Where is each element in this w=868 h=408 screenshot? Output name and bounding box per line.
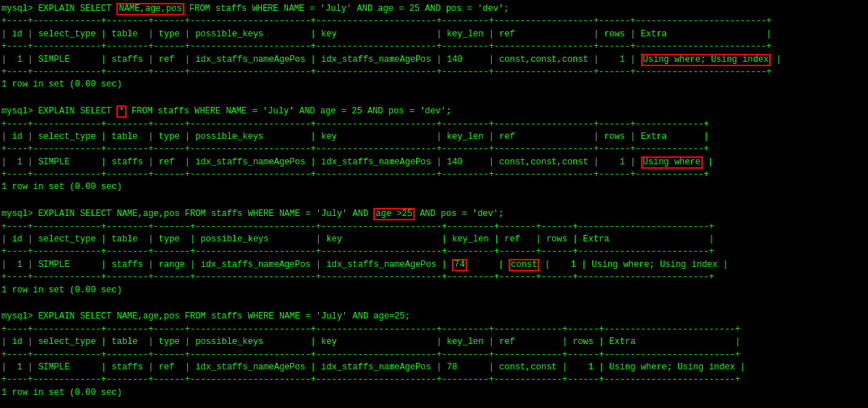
table-sep-4b: +----+-------------+--------+------+----… xyxy=(1,349,867,361)
table-header-4: | id | select_type | table | type | poss… xyxy=(1,336,867,348)
blank-3 xyxy=(1,298,867,311)
highlight-star: * xyxy=(116,105,126,118)
table-sep-3c: +----+-------------+--------+-------+---… xyxy=(1,271,867,284)
table-sep-1c: +----+-------------+--------+------+----… xyxy=(1,66,867,79)
command-line-2: mysql> EXPLAIN SELECT * FROM staffs WHER… xyxy=(1,105,867,118)
table-sep-3b: +----+-------------+--------+-------+---… xyxy=(1,246,867,258)
table-sep-4c: +----+-------------+--------+------+----… xyxy=(1,374,867,386)
result-4: 1 row in set (0.00 sec) xyxy=(1,387,867,399)
query-block-4: mysql> EXPLAIN SELECT NAME,age,pos FROM … xyxy=(1,311,867,399)
result-3: 1 row in set (0.00 sec) xyxy=(1,284,867,297)
highlight-keylen-3: 74 xyxy=(452,259,466,271)
query-block-1: mysql> EXPLAIN SELECT NAME,age,pos FROM … xyxy=(1,3,867,92)
table-sep-4a: +----+-------------+--------+------+----… xyxy=(1,324,867,336)
table-sep-1a: +----+-------------+--------+------+----… xyxy=(1,15,867,28)
command-line-4: mysql> EXPLAIN SELECT NAME,age,pos FROM … xyxy=(1,311,867,323)
blank-4 xyxy=(1,401,867,408)
blank-2 xyxy=(1,196,867,208)
highlight-ref-3: const xyxy=(509,259,539,271)
table-row-2: | 1 | SIMPLE | staffs | ref | idx_staffs… xyxy=(1,156,867,169)
table-header-1: | id | select_type | table | type | poss… xyxy=(1,28,867,41)
command-line-3: mysql> EXPLAIN SELECT NAME,age,pos FROM … xyxy=(1,208,867,220)
table-sep-3a: +----+-------------+--------+-------+---… xyxy=(1,221,867,233)
table-row-3: | 1 | SIMPLE | staffs | range | idx_staf… xyxy=(1,259,867,271)
highlight-extra-1: Using where; Using index xyxy=(641,54,771,66)
table-sep-2a: +----+-------------+--------+------+----… xyxy=(1,119,867,131)
table-header-3: | id | select_type | table | type | poss… xyxy=(1,233,867,246)
table-sep-2c: +----+-------------+--------+------+----… xyxy=(1,169,867,181)
terminal: mysql> EXPLAIN SELECT NAME,age,pos FROM … xyxy=(0,0,868,408)
highlight-extra-2: Using where xyxy=(641,156,703,169)
table-row-1: | 1 | SIMPLE | staffs | ref | idx_staffs… xyxy=(1,54,867,66)
result-1: 1 row in set (0.00 sec) xyxy=(1,79,867,91)
highlight-age-gt: age >25 xyxy=(373,208,414,220)
result-2: 1 row in set (0.00 sec) xyxy=(1,181,867,193)
command-line-1: mysql> EXPLAIN SELECT NAME,age,pos FROM … xyxy=(1,3,867,15)
table-sep-1b: +----+-------------+--------+------+----… xyxy=(1,41,867,53)
table-sep-2b: +----+-------------+--------+------+----… xyxy=(1,143,867,156)
query-block-3: mysql> EXPLAIN SELECT NAME,age,pos FROM … xyxy=(1,208,867,297)
table-row-4: | 1 | SIMPLE | staffs | ref | idx_staffs… xyxy=(1,361,867,374)
highlight-nameagepos: NAME,age,pos xyxy=(116,3,183,15)
table-header-2: | id | select_type | table | type | poss… xyxy=(1,131,867,143)
blank-1 xyxy=(1,93,867,105)
query-block-2: mysql> EXPLAIN SELECT * FROM staffs WHER… xyxy=(1,105,867,194)
